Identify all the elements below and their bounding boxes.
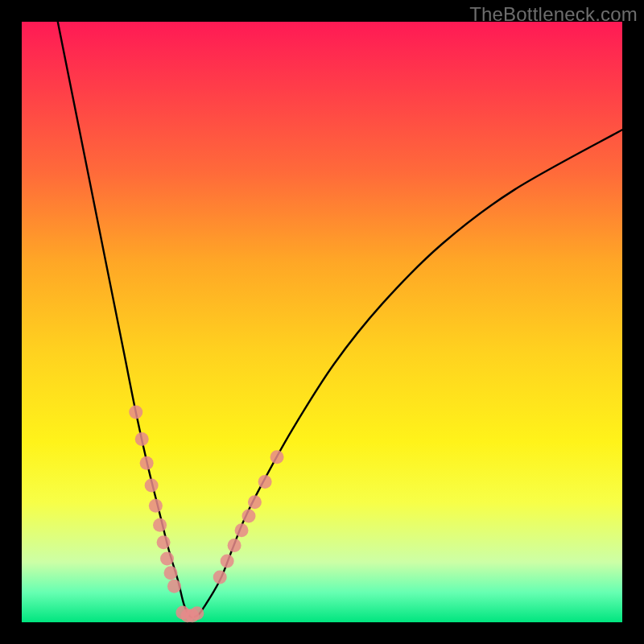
- plot-area: [22, 22, 622, 622]
- data-point: [270, 450, 284, 464]
- data-point: [258, 475, 272, 489]
- data-point: [248, 495, 262, 509]
- data-point: [153, 518, 167, 532]
- chart-svg: [22, 22, 622, 622]
- data-point: [190, 606, 204, 620]
- chart-frame: TheBottleneck.com: [0, 0, 644, 644]
- data-point: [242, 509, 255, 522]
- data-point: [145, 478, 159, 492]
- watermark-text: TheBottleneck.com: [469, 3, 638, 26]
- data-point: [221, 554, 234, 568]
- data-point: [213, 571, 227, 584]
- data-point: [129, 405, 142, 419]
- data-point: [228, 539, 242, 552]
- data-point: [135, 432, 149, 446]
- data-point: [167, 580, 181, 593]
- data-point: [235, 523, 249, 537]
- data-point: [157, 535, 171, 549]
- data-point: [160, 551, 174, 565]
- data-markers: [129, 405, 283, 622]
- data-point: [140, 456, 154, 470]
- data-point: [164, 566, 178, 580]
- bottleneck-curve: [58, 22, 622, 617]
- data-point: [149, 499, 163, 513]
